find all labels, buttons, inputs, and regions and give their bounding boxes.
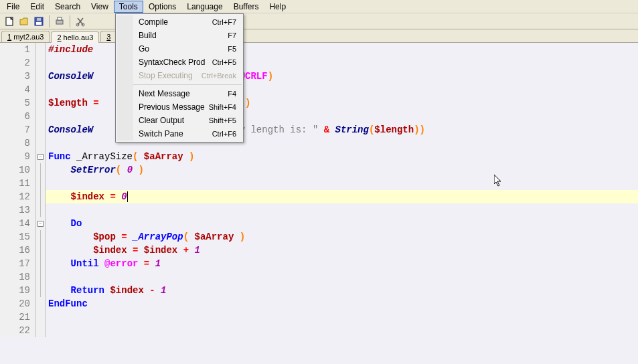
code-text[interactable] <box>46 110 48 123</box>
code-text[interactable]: $pop = _ArrayPop( $aArray ) <box>46 230 245 244</box>
menu-item-switch-pane[interactable]: Switch PaneCtrl+F6 <box>133 127 242 141</box>
code-text[interactable]: EndFunc <box>46 297 88 310</box>
code-line[interactable]: 22 <box>0 324 638 337</box>
code-line[interactable]: 5$length = ) <box>0 96 638 110</box>
code-line[interactable]: 1#include <box>0 43 638 56</box>
code-text[interactable] <box>46 56 48 70</box>
code-text[interactable]: Until @error = 1 <box>46 257 161 270</box>
code-text[interactable]: Return $index - 1 <box>46 284 166 297</box>
code-line[interactable]: 18 <box>0 270 638 284</box>
fold-line-icon <box>40 244 41 257</box>
fold-gutter <box>36 324 46 337</box>
menubar-item-search[interactable]: Search <box>50 1 86 13</box>
code-line[interactable]: 9−Func _ArraySize( $aArray ) <box>0 150 638 163</box>
line-number: 7 <box>0 123 36 136</box>
menubar-item-file[interactable]: File <box>1 1 25 13</box>
code-line[interactable]: 4 <box>0 83 638 96</box>
code-line[interactable]: 21 <box>0 310 638 324</box>
tools-menu-dropdown: CompileCtrl+F7BuildF7GoF5SyntaxCheck Pro… <box>115 13 244 143</box>
fold-gutter <box>36 56 46 70</box>
toolbar-separator <box>49 15 50 27</box>
print-button[interactable] <box>53 15 66 28</box>
code-line[interactable]: 11 <box>0 177 638 190</box>
menu-item-go[interactable]: GoF5 <box>133 42 242 56</box>
line-number: 15 <box>0 230 36 244</box>
menubar-item-edit[interactable]: Edit <box>25 1 50 13</box>
code-text[interactable]: Do <box>46 217 82 230</box>
fold-line-icon <box>40 230 41 244</box>
code-text[interactable] <box>46 177 48 190</box>
menu-item-clear-output[interactable]: Clear OutputShift+F5 <box>133 114 242 127</box>
menubar-item-tools[interactable]: Tools <box>114 1 143 13</box>
menubar-item-options[interactable]: Options <box>143 1 181 13</box>
fold-gutter <box>36 244 46 257</box>
line-number: 11 <box>0 177 36 190</box>
fold-gutter <box>36 297 46 310</box>
code-line[interactable]: 16 $index = $index + 1 <box>0 244 638 257</box>
line-number: 10 <box>0 163 36 177</box>
code-area[interactable]: 1#include23ConsoleW @CRLF)45$length = )6… <box>0 43 638 364</box>
code-text[interactable]: $index = 0 <box>46 190 128 203</box>
line-number: 19 <box>0 284 36 297</box>
code-text[interactable]: #include <box>46 43 93 56</box>
fold-line-icon <box>40 284 41 297</box>
code-line[interactable]: 3ConsoleW @CRLF) <box>0 70 638 83</box>
fold-line-icon <box>40 257 41 270</box>
fold-gutter <box>36 136 46 150</box>
code-line[interactable]: 13 <box>0 203 638 217</box>
fold-gutter <box>36 203 46 217</box>
code-line[interactable]: 8 <box>0 136 638 150</box>
code-text[interactable]: SetError( 0 ) <box>46 163 144 177</box>
code-line[interactable]: 20EndFunc <box>0 297 638 310</box>
code-text[interactable] <box>46 270 48 284</box>
fold-line-icon <box>40 163 41 177</box>
code-text[interactable] <box>46 324 48 337</box>
code-line[interactable]: 10 SetError( 0 ) <box>0 163 638 177</box>
code-line[interactable]: 17 Until @error = 1 <box>0 257 638 270</box>
code-line[interactable]: 6 <box>0 110 638 123</box>
menubar-item-help[interactable]: Help <box>264 1 291 13</box>
code-text[interactable] <box>46 136 48 150</box>
line-number: 9 <box>0 150 36 163</box>
svg-rect-2 <box>36 22 42 25</box>
code-text[interactable]: $index = $index + 1 <box>46 244 200 257</box>
code-text[interactable] <box>46 83 48 96</box>
code-text[interactable] <box>46 310 48 324</box>
fold-toggle-icon[interactable]: − <box>37 154 44 160</box>
tab-2[interactable]: 3 <box>100 31 116 42</box>
code-line[interactable]: 7ConsoleW ay length is: " & String($leng… <box>0 123 638 136</box>
fold-line-icon <box>40 177 41 190</box>
tab-hello.au3[interactable]: 2 hello.au3 <box>51 31 99 43</box>
fold-gutter <box>36 284 46 297</box>
new-file-button[interactable] <box>3 15 16 28</box>
save-button[interactable] <box>32 15 46 28</box>
menu-item-next-message[interactable]: Next MessageF4 <box>133 87 242 100</box>
fold-toggle-icon[interactable]: − <box>37 221 44 227</box>
open-file-button[interactable] <box>17 15 31 28</box>
code-line[interactable]: 14− Do <box>0 217 638 230</box>
menu-item-compile[interactable]: CompileCtrl+F7 <box>133 15 242 29</box>
code-editor[interactable]: 1#include23ConsoleW @CRLF)45$length = )6… <box>0 43 638 364</box>
code-text[interactable]: Func _ArraySize( $aArray ) <box>46 150 194 163</box>
code-line[interactable]: 12 $index = 0 <box>0 190 638 203</box>
menubar-item-language[interactable]: Language <box>181 1 228 13</box>
menubar-item-buffers[interactable]: Buffers <box>228 1 264 13</box>
code-line[interactable]: 19 Return $index - 1 <box>0 284 638 297</box>
menu-item-build[interactable]: BuildF7 <box>133 29 242 42</box>
menubar-item-view[interactable]: View <box>86 1 114 13</box>
code-line[interactable]: 2 <box>0 56 638 70</box>
line-number: 18 <box>0 270 36 284</box>
menu-item-syntaxcheck-prod[interactable]: SyntaxCheck ProdCtrl+F5 <box>133 56 242 69</box>
fold-line-icon <box>40 270 41 284</box>
line-number: 3 <box>0 70 36 83</box>
cut-button[interactable] <box>74 15 87 28</box>
svg-rect-5 <box>58 17 62 20</box>
line-number: 14 <box>0 217 36 230</box>
code-line[interactable]: 15 $pop = _ArrayPop( $aArray ) <box>0 230 638 244</box>
line-number: 16 <box>0 244 36 257</box>
code-text[interactable] <box>46 203 48 217</box>
menu-item-previous-message[interactable]: Previous MessageShift+F4 <box>133 100 242 114</box>
tab-myt2.au3[interactable]: 1 myt2.au3 <box>1 31 50 42</box>
line-number: 8 <box>0 136 36 150</box>
fold-gutter <box>36 270 46 284</box>
